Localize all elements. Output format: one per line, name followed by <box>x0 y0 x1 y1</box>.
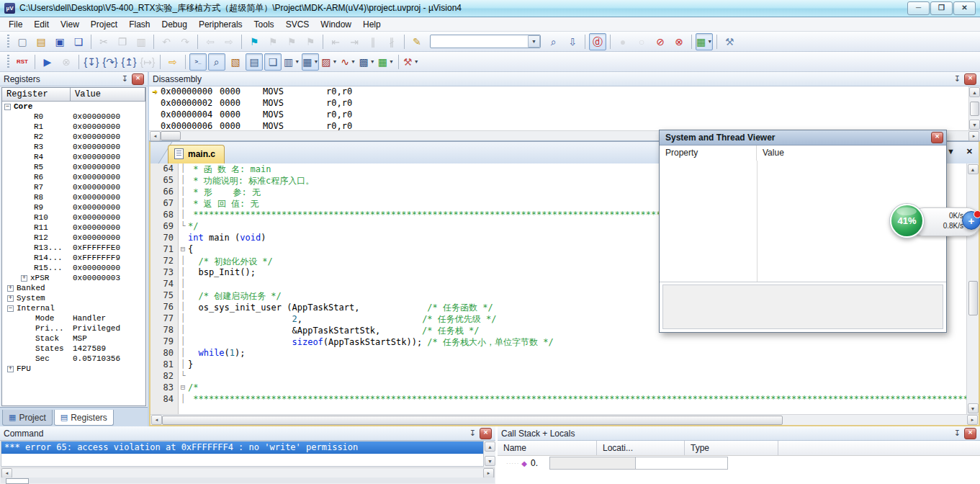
register-row[interactable]: R1 0x00000000 <box>2 122 145 132</box>
register-row[interactable]: + xPSR 0x00000003 <box>2 273 145 283</box>
bookmark-toggle-icon[interactable]: ⚑ ▼ <box>246 33 263 50</box>
tree-expander-icon[interactable]: + <box>7 366 14 372</box>
close-button[interactable]: ✕ <box>953 1 976 15</box>
incremental-find-icon[interactable]: ⇩ ▼ <box>564 33 581 50</box>
bookmark-next-icon[interactable]: ⚑ ▼ <box>283 33 300 50</box>
tree-expander-icon[interactable]: + <box>7 295 14 302</box>
search-combobox[interactable]: ▼ <box>430 35 541 48</box>
memory-windows-icon[interactable]: ▦ ▼ <box>302 53 319 71</box>
minimize-button[interactable]: ─ <box>907 1 930 15</box>
tab-list-dropdown-icon[interactable]: ▼ <box>947 148 955 156</box>
fold-margin[interactable]: │ <box>178 348 188 359</box>
bookmark-clear-all-icon[interactable]: ⚑ ▼ <box>302 33 319 50</box>
menu-item[interactable]: Edit <box>28 18 55 31</box>
close-icon[interactable]: ✕ <box>132 73 144 85</box>
column-header[interactable]: Locati... <box>597 441 685 455</box>
menu-item[interactable]: Peripherals <box>193 18 248 31</box>
side-panel-tab[interactable]: ▦ Project <box>2 410 53 426</box>
column-header[interactable]: Type <box>685 441 778 455</box>
register-row[interactable]: R7 0x00000000 <box>2 182 145 192</box>
scrollbar-thumb[interactable] <box>162 416 783 425</box>
registers-column-register[interactable]: Register <box>2 88 71 102</box>
debug-session-icon[interactable]: ⓓ ▼ <box>589 33 606 50</box>
registers-window-icon[interactable]: ▤ ▼ <box>246 53 263 71</box>
serial-windows-icon[interactable]: ▨ ▼ <box>320 53 338 71</box>
column-header-property[interactable]: Property <box>660 145 757 161</box>
editor-vscrollbar[interactable]: ▲ ▼ <box>966 163 979 414</box>
register-row[interactable]: R14... 0xFFFFFFF9 <box>2 253 145 263</box>
pin-icon[interactable]: ↧ <box>954 75 961 83</box>
menu-item[interactable]: File <box>3 18 28 31</box>
close-icon[interactable]: ✕ <box>964 73 976 85</box>
column-header[interactable]: Name <box>498 441 597 455</box>
toolbox-icon[interactable]: ⚒ ▼ <box>403 53 420 71</box>
nav-back-icon[interactable]: ⇦ ▼ <box>202 33 219 50</box>
configure-flash-tools-icon[interactable]: ✎ ▼ <box>408 33 426 50</box>
accelerate-button[interactable]: + <box>962 211 980 230</box>
scroll-right-icon[interactable]: ▸ <box>483 468 494 478</box>
run-icon[interactable]: ▶ ▼ <box>39 53 56 71</box>
copy-icon[interactable]: ❐ ▼ <box>114 33 131 50</box>
undo-icon[interactable]: ↶ ▼ <box>158 33 175 50</box>
scroll-left-icon[interactable]: ◂ <box>1 468 12 478</box>
register-row[interactable]: R6 0x00000000 <box>2 172 145 182</box>
watch-windows-icon[interactable]: ▥ ▼ <box>283 53 300 71</box>
register-row[interactable]: R11 0x00000000 <box>2 223 145 233</box>
analysis-windows-icon[interactable]: ∿ ▼ <box>340 53 357 71</box>
toolbar-button[interactable]: ▼ <box>241 35 242 49</box>
registers-column-value[interactable]: Value <box>71 88 145 102</box>
close-tab-icon[interactable]: ✕ <box>966 148 973 156</box>
fold-margin[interactable]: │ <box>178 175 188 187</box>
project-windows-icon[interactable]: ▦ ▼ <box>696 33 713 50</box>
register-row[interactable]: R8 0x00000000 <box>2 192 145 202</box>
show-next-statement-icon[interactable]: ⇨ ▼ <box>164 53 181 71</box>
callstack-row[interactable]: ····· ◆ 0. <box>498 456 980 470</box>
menu-item[interactable]: Help <box>357 18 387 31</box>
trace-windows-icon[interactable]: ▩ ▼ <box>359 53 376 71</box>
fold-margin[interactable]: │ <box>178 198 188 210</box>
command-window-icon[interactable]: >_ ▼ <box>189 53 207 71</box>
tree-expander-icon[interactable]: + <box>7 285 14 292</box>
command-input-field[interactable] <box>6 478 29 484</box>
tree-expander-icon[interactable]: − <box>7 305 14 312</box>
insert-breakpoint-icon[interactable]: ● ▼ <box>614 33 631 50</box>
fold-margin[interactable]: ⊟ <box>178 244 188 256</box>
menu-item[interactable]: View <box>55 18 85 31</box>
register-row[interactable]: R12 0x00000000 <box>2 233 145 243</box>
fold-margin[interactable]: │ <box>178 313 188 325</box>
uncomment-icon[interactable]: ∦ ▼ <box>383 33 400 50</box>
toolbar-button[interactable]: ▼ <box>35 55 35 69</box>
toolbar-button[interactable]: ▼ <box>78 55 79 69</box>
scrollbar-thumb[interactable] <box>161 131 181 140</box>
register-row[interactable]: Mode Handler <box>2 313 145 323</box>
run-to-line-icon[interactable]: {↦} ▼ <box>139 53 156 71</box>
scrollbar-thumb[interactable] <box>968 281 978 315</box>
toolbar-button[interactable]: ▼ <box>185 55 186 69</box>
scroll-up-icon[interactable]: ▲ <box>485 442 495 452</box>
disassembly-window-icon[interactable]: ⌕ ▼ <box>208 53 225 71</box>
register-row[interactable]: R10 0x00000000 <box>2 212 145 223</box>
register-row[interactable]: R4 0x00000000 <box>2 152 145 162</box>
menu-item[interactable]: Debug <box>156 18 193 31</box>
step-icon[interactable]: {↧} ▼ <box>83 53 100 71</box>
close-icon[interactable]: ✕ <box>964 428 976 439</box>
new-file-icon[interactable]: ▢ ▼ <box>14 33 31 50</box>
stv-title-bar[interactable]: System and Thread Viewer ✕ <box>660 130 946 145</box>
code-line[interactable]: 84 │ ***********************************… <box>150 394 966 405</box>
menu-item[interactable]: Project <box>85 18 123 31</box>
outdent-icon[interactable]: ⇤ ▼ <box>327 33 344 50</box>
comment-icon[interactable]: ∥ ▼ <box>364 33 382 50</box>
disassembly-line[interactable]: 0x00000000 0000 MOVS r0,r0 <box>149 86 968 98</box>
code-line[interactable]: 82 └ <box>150 371 966 382</box>
frame-location-cell[interactable] <box>549 457 636 470</box>
code-line[interactable]: 83 ⊟ /* <box>150 382 966 394</box>
register-row[interactable]: Sec 0.05710356 <box>2 354 145 364</box>
indent-icon[interactable]: ⇥ ▼ <box>346 33 363 50</box>
fold-margin[interactable]: │ <box>178 210 188 221</box>
toolbar-button[interactable]: ▼ <box>160 55 161 69</box>
command-vscrollbar[interactable]: ▲ ▼ <box>485 441 495 467</box>
find-in-files-icon[interactable]: ⌕ ▼ <box>545 33 562 50</box>
disassembly-vscrollbar[interactable]: ▲ ▼ <box>968 86 980 130</box>
toolbar-button[interactable]: ▼ <box>398 55 399 69</box>
memory-usage-ball[interactable]: 41% <box>890 204 924 238</box>
